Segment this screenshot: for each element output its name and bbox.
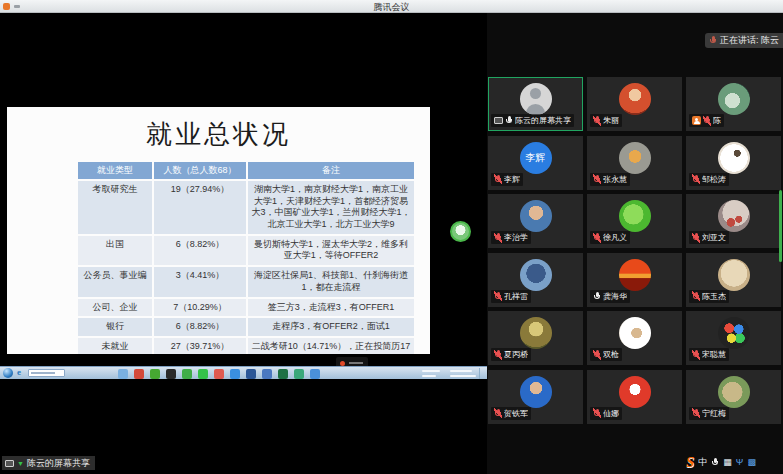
mic-muted-icon [494, 408, 502, 418]
participant-tile[interactable]: 宁红梅 [686, 370, 781, 424]
taskbar-app-icon[interactable] [294, 369, 304, 379]
taskbar-app-icon[interactable] [198, 369, 208, 379]
participant-name: 刘亚文 [702, 232, 726, 243]
participant-label: 仙娜 [590, 407, 622, 420]
toolbox-grid-icon[interactable]: ▩ [747, 458, 756, 467]
mic-muted-icon [494, 233, 502, 243]
participant-tile[interactable]: 李辉 李辉 [488, 136, 583, 190]
participant-label: 李辉 [491, 173, 523, 186]
participant-label: 龚海华 [590, 290, 630, 303]
ie-browser-icon[interactable]: e [17, 367, 21, 377]
participant-label: 朱丽 [590, 114, 622, 127]
table-cell: 3（4.41%） [154, 267, 246, 296]
mic-muted-icon [692, 291, 700, 301]
table-header: 人数（总人数68） [154, 162, 246, 179]
participant-label: 张永慧 [590, 173, 630, 186]
participant-tile[interactable]: 龚海华 [587, 253, 682, 307]
system-tray[interactable] [420, 367, 484, 380]
floating-green-logo[interactable] [450, 221, 471, 242]
mic-on-icon [593, 291, 601, 301]
taskbar-search-box[interactable] [28, 369, 65, 377]
participant-tile[interactable]: 朱丽 [587, 77, 682, 131]
table-cell: 6（8.82%） [154, 236, 246, 265]
shared-screen-view: 就业总状况 就业类型 人数（总人数68） 备注 考取研究生 19（27.94%）… [0, 13, 487, 474]
participant-label: 李治学 [491, 231, 531, 244]
participant-tile[interactable]: 仙娜 [587, 370, 682, 424]
participant-name: 双枪 [603, 349, 619, 360]
table-header: 就业类型 [78, 162, 152, 179]
mic-muted-icon [494, 350, 502, 360]
avatar [619, 259, 651, 291]
employment-table: 就业类型 人数（总人数68） 备注 考取研究生 19（27.94%） 湖南大学1… [78, 162, 414, 354]
participant-tile[interactable]: 双枪 [587, 311, 682, 365]
participant-name: 仙娜 [603, 408, 619, 419]
participant-tile[interactable]: 夏丙桥 [488, 311, 583, 365]
mic-muted-icon [593, 116, 601, 126]
mic-muted-icon [593, 233, 601, 243]
mic-on-icon [505, 116, 513, 126]
mic-muted-icon [593, 408, 601, 418]
participant-tile[interactable]: 陈玉杰 [686, 253, 781, 307]
mic-muted-icon [703, 116, 711, 126]
taskbar-app-icon[interactable] [118, 369, 128, 379]
participant-tile[interactable]: 邹松涛 [686, 136, 781, 190]
participant-name: 孔祥雷 [504, 291, 528, 302]
participant-tile[interactable]: 刘亚文 [686, 194, 781, 248]
chinese-mode-button[interactable]: 中 [698, 458, 707, 467]
participant-label: 夏丙桥 [491, 348, 531, 361]
taskbar-app-icon[interactable] [246, 369, 256, 379]
participant-label: 宋聪慧 [689, 348, 729, 361]
participant-tile[interactable]: 张永慧 [587, 136, 682, 190]
participant-name: 李辉 [504, 174, 520, 185]
participant-tile[interactable]: 陈 [686, 77, 781, 131]
taskbar-app-icon[interactable] [310, 369, 320, 379]
avatar: 李辉 [520, 142, 552, 174]
table-cell: 海淀区社保局1、科技部1、什刹海街道1，都在走流程 [248, 267, 414, 296]
avatar [718, 83, 750, 115]
taskbar-app-icon[interactable] [166, 369, 176, 379]
participant-name: 李治学 [504, 232, 528, 243]
participant-name: 陈 [713, 115, 721, 126]
trident-tool-icon[interactable]: Ψ [736, 458, 744, 467]
participant-name: 宁红梅 [702, 408, 726, 419]
taskbar-app-icon[interactable] [262, 369, 272, 379]
participant-name: 陈玉杰 [702, 291, 726, 302]
active-speaker-label: 正在讲话: 陈云 [720, 34, 779, 47]
taskbar-app-icon[interactable] [150, 369, 160, 379]
participant-grid: 陈云的屏幕共享 朱丽 陈 李辉 李辉 [488, 77, 781, 424]
participant-tile[interactable]: 徐凡义 [587, 194, 682, 248]
avatar [718, 142, 750, 174]
table-cell: 出国 [78, 236, 152, 265]
grid-scrollbar[interactable] [779, 190, 782, 262]
participant-label: 徐凡义 [590, 231, 630, 244]
window-titlebar: 腾讯会议 [0, 0, 783, 13]
mic-icon [709, 36, 717, 46]
avatar [718, 317, 750, 349]
table-header: 备注 [248, 162, 414, 179]
participant-tile[interactable]: 孔祥雷 [488, 253, 583, 307]
avatar [520, 376, 552, 408]
taskbar-app-icon[interactable] [278, 369, 288, 379]
table-cell: 二战考研10（14.71%），正在投简历17 [248, 338, 414, 354]
participant-tile[interactable]: 李治学 [488, 194, 583, 248]
taskbar-app-icon[interactable] [214, 369, 224, 379]
avatar [718, 376, 750, 408]
taskbar-app-icon[interactable] [230, 369, 240, 379]
search-text-placeholder [31, 372, 55, 374]
participant-tile[interactable]: 宋聪慧 [686, 311, 781, 365]
participant-name: 邹松涛 [702, 174, 726, 185]
voice-input-icon[interactable] [711, 457, 719, 467]
taskbar-app-icon[interactable] [134, 369, 144, 379]
taskbar-app-icon[interactable] [0, 369, 10, 379]
avatar [520, 83, 552, 115]
participant-tile[interactable]: 陈云的屏幕共享 [488, 77, 583, 131]
taskbar-app-icon[interactable] [182, 369, 192, 379]
table-cell: 6（8.82%） [154, 318, 246, 336]
participant-tile[interactable]: 贺铁军 [488, 370, 583, 424]
sogou-logo[interactable]: S [686, 454, 694, 471]
tencent-meeting-window: 腾讯会议 就业总状况 就业类型 人数（总人数68） 备注 考取研究生 19（27… [0, 0, 783, 474]
keyboard-icon[interactable]: ▦ [723, 458, 732, 467]
participant-name: 朱丽 [603, 115, 619, 126]
participant-label: 陈云的屏幕共享 [491, 114, 574, 127]
participant-label: 贺铁军 [491, 407, 531, 420]
